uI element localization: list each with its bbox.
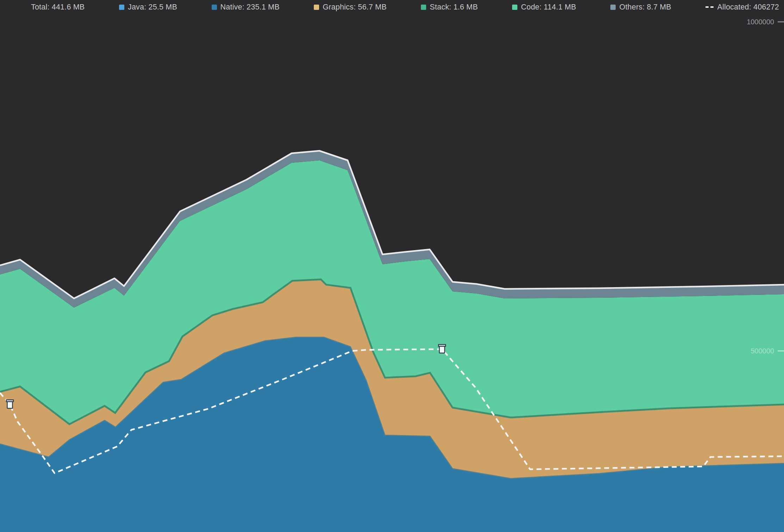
y-axis-tick-label-500000: 500000 [751, 347, 774, 355]
gc-event-trash-icon [6, 400, 13, 408]
legend-swatch-icon [421, 5, 426, 10]
legend-item-code: Code: 114.1 MB [512, 3, 576, 12]
legend-item-label: Graphics: 56.7 MB [323, 3, 386, 12]
legend-item-label: Others: 8.7 MB [619, 3, 671, 12]
legend-item-label: Native: 235.1 MB [220, 3, 280, 12]
legend-swatch-icon [512, 5, 517, 10]
legend-dashed-line-icon [705, 6, 714, 8]
legend-item-others: Others: 8.7 MB [610, 3, 671, 12]
legend-item-label: Stack: 1.6 MB [430, 3, 478, 12]
legend-item-label: Code: 114.1 MB [521, 3, 576, 12]
legend-swatch-icon [119, 5, 124, 10]
legend-item-java: Java: 25.5 MB [119, 3, 177, 12]
legend-item-total: Total: 441.6 MB [31, 3, 85, 12]
legend-swatch-icon [610, 5, 616, 10]
chart-legend: Total: 441.6 MBJava: 25.5 MBNative: 235.… [0, 0, 784, 14]
legend-item-graphics: Graphics: 56.7 MB [314, 3, 386, 12]
legend-item-allocated: Allocated: 406272 [705, 3, 779, 12]
legend-item-stack: Stack: 1.6 MB [421, 3, 478, 12]
legend-swatch-icon [314, 5, 319, 10]
legend-item-label: Total: 441.6 MB [31, 3, 85, 12]
gc-event-trash-icon [438, 345, 446, 353]
memory-usage-chart[interactable]: 1000000500000 [0, 0, 784, 532]
legend-item-label: Allocated: 406272 [717, 3, 779, 12]
memory-profiler-stage: 1000000500000 Total: 441.6 MBJava: 25.5 … [0, 0, 784, 532]
legend-swatch-icon [212, 5, 217, 10]
legend-item-label: Java: 25.5 MB [128, 3, 177, 12]
y-axis-tick-label-1000000: 1000000 [747, 18, 774, 26]
legend-item-native: Native: 235.1 MB [212, 3, 280, 12]
